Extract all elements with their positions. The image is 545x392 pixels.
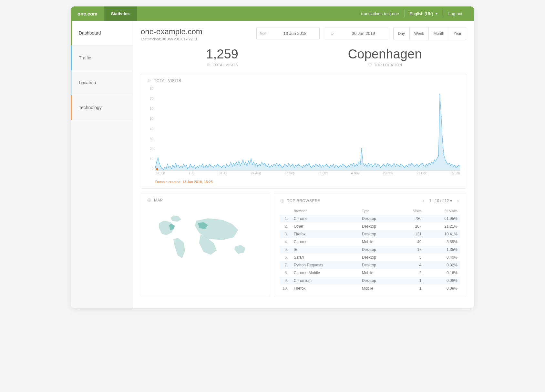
table-row[interactable]: 2.OtherDesktop26721.21%	[280, 222, 460, 230]
table-row[interactable]: 1.ChromeDesktop78061.95%	[280, 215, 460, 222]
svg-point-93	[275, 165, 276, 166]
map-title: MAP	[154, 198, 163, 202]
svg-point-193	[410, 165, 411, 166]
sidebar-item-dashboard[interactable]: Dashboard	[71, 21, 133, 46]
svg-point-222	[449, 163, 450, 164]
svg-point-42	[206, 165, 207, 166]
svg-point-23	[180, 166, 181, 167]
pager-range[interactable]: 1 - 10 of 12 ▾	[429, 199, 452, 203]
svg-point-9	[161, 168, 162, 169]
svg-point-184	[397, 165, 398, 166]
sidebar-item-location[interactable]: Location	[71, 70, 133, 95]
account-link[interactable]: translations-test.one	[356, 10, 404, 17]
svg-point-117	[307, 165, 308, 166]
svg-point-85	[264, 163, 265, 164]
svg-point-223	[450, 165, 451, 166]
svg-point-21	[178, 165, 179, 166]
svg-point-128	[322, 165, 323, 166]
svg-point-100	[284, 164, 285, 165]
svg-point-1	[209, 64, 210, 65]
svg-point-31	[191, 166, 192, 167]
svg-point-86	[265, 165, 266, 166]
svg-point-7	[159, 163, 160, 164]
svg-point-11	[164, 167, 165, 168]
total-visits-chart-card: TOTAL VISITS 80706050403020100 13 Jun7 J…	[141, 74, 466, 189]
total-visits-label: TOTAL VISITS	[141, 63, 303, 67]
period-year[interactable]: Year	[449, 27, 466, 40]
svg-point-79	[256, 163, 257, 164]
language-selector[interactable]: English (UK)	[404, 10, 443, 17]
svg-point-147	[348, 165, 349, 166]
svg-point-30	[190, 164, 191, 165]
svg-point-136	[333, 164, 334, 165]
visits-line-chart[interactable]	[155, 87, 460, 171]
svg-point-122	[314, 166, 315, 167]
svg-point-28	[187, 168, 188, 169]
col-visits: Visits	[397, 207, 424, 215]
table-row[interactable]: 8.Chrome MobileMobile20.16%	[280, 269, 460, 277]
svg-point-134	[330, 165, 331, 166]
date-to[interactable]: to 30 Jan 2019	[325, 27, 388, 39]
svg-point-105	[291, 165, 292, 166]
svg-point-139	[337, 166, 338, 167]
svg-point-25	[183, 164, 184, 165]
table-row[interactable]: 5.IEDesktop171.35%	[280, 246, 460, 253]
period-week[interactable]: Week	[409, 27, 428, 40]
pager-prev[interactable]: ‹	[421, 198, 425, 204]
svg-point-65	[237, 164, 238, 165]
svg-point-87	[267, 166, 268, 167]
top-location-value: Copenhagen	[303, 47, 466, 61]
world-map[interactable]	[147, 206, 263, 270]
svg-point-66	[238, 160, 239, 161]
pager-next[interactable]: ›	[456, 198, 460, 204]
date-from[interactable]: from 13 Jun 2018	[256, 27, 320, 39]
period-month[interactable]: Month	[428, 27, 448, 40]
svg-point-142	[341, 166, 342, 167]
svg-point-125	[318, 166, 319, 167]
svg-point-220	[446, 162, 447, 163]
table-row[interactable]: 6.SafariDesktop50.40%	[280, 253, 460, 261]
brand-logo[interactable]: one.com	[71, 11, 104, 16]
svg-point-0	[208, 64, 209, 65]
svg-point-29	[189, 167, 190, 168]
heart-icon	[368, 63, 372, 67]
svg-point-143	[342, 164, 343, 165]
svg-point-64	[236, 162, 237, 163]
svg-point-194	[411, 163, 412, 164]
sidebar-item-technology[interactable]: Technology	[71, 95, 133, 120]
table-row[interactable]: 7.Python RequestsDesktop40.32%	[280, 261, 460, 269]
table-row[interactable]: 9.ChromiumDesktop10.08%	[280, 277, 460, 284]
svg-point-156	[360, 164, 361, 165]
svg-point-6	[158, 158, 159, 159]
svg-point-164	[371, 164, 372, 165]
total-visits-value: 1,259	[141, 47, 303, 61]
table-row[interactable]: 3.FirefoxDesktop13110.41%	[280, 230, 460, 238]
col-visits: % Visits	[424, 207, 460, 215]
svg-point-176	[387, 163, 388, 164]
svg-point-146	[346, 167, 347, 168]
logout-link[interactable]: Log out	[443, 10, 468, 17]
svg-point-84	[263, 164, 264, 165]
svg-point-69	[242, 160, 243, 160]
section-title[interactable]: Statistics	[104, 6, 137, 21]
table-row[interactable]: 4.ChromeMobile493.89%	[280, 238, 460, 246]
svg-point-158	[363, 163, 364, 164]
svg-point-219	[445, 160, 446, 160]
svg-point-19	[175, 163, 176, 164]
sidebar-item-traffic[interactable]: Traffic	[71, 46, 133, 70]
svg-point-133	[329, 167, 330, 168]
svg-point-181	[394, 163, 395, 164]
table-row[interactable]: 10.FirefoxMobile10.08%	[280, 284, 460, 292]
svg-point-157	[361, 148, 362, 149]
svg-point-112	[301, 166, 302, 167]
svg-point-62	[233, 163, 234, 164]
svg-point-192	[408, 164, 409, 165]
period-day[interactable]: Day	[394, 27, 409, 40]
svg-point-196	[414, 166, 415, 167]
svg-point-200	[419, 165, 420, 166]
svg-point-13	[167, 164, 168, 165]
svg-point-91	[272, 166, 273, 167]
top-location-label: TOP LOCATION	[303, 63, 466, 67]
svg-point-151	[353, 163, 354, 164]
svg-point-207	[428, 163, 429, 164]
